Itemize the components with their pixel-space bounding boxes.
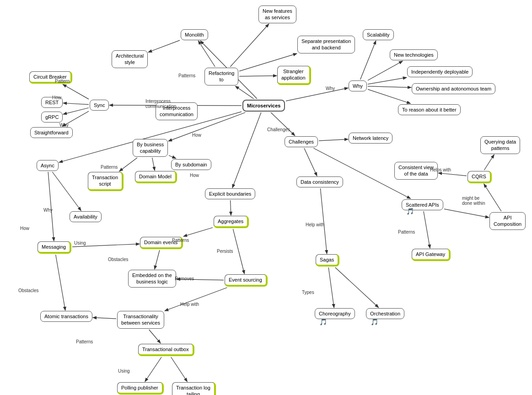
node-to_reason: To reason about it better (398, 104, 461, 115)
node-messaging: Messaging (38, 241, 71, 254)
edge-label-sagas-choreography: Types (302, 290, 314, 295)
node-monolith: Monolith (181, 29, 208, 40)
svg-line-47 (484, 184, 501, 211)
node-cqrs: CQRS (468, 171, 492, 183)
icon-scattered_apis: 🎵 (406, 208, 414, 215)
edge-label-async-messaging: How (20, 226, 29, 231)
svg-line-11 (368, 86, 411, 88)
svg-line-10 (368, 78, 406, 85)
svg-line-49 (484, 155, 494, 170)
svg-line-8 (360, 41, 376, 80)
node-transactionality: Transactionalitybetween services (117, 311, 164, 329)
node-ownership: Ownership and aotonomous team (412, 83, 495, 94)
svg-line-27 (232, 112, 261, 187)
svg-line-19 (52, 172, 81, 210)
node-transactional_outbox: Transactional outbox (138, 344, 194, 356)
mind-map-canvas: MicroservicesMonolithArchitecturalstyleN… (0, 0, 532, 395)
node-data_consistency: Data consistency (296, 176, 343, 187)
edge-label-async-availability: Why (43, 208, 53, 213)
node-sagas: Sagas (316, 254, 339, 267)
edge-label-sync-circuit_breaker: Pattern (55, 79, 70, 84)
node-querying_patterns: Querying datapatterns (480, 136, 520, 154)
svg-line-2 (199, 41, 215, 67)
node-network_latency: Network latency (349, 133, 392, 144)
edge-label-aggregates-event_sourcing: Persists (217, 249, 233, 254)
svg-line-42 (328, 267, 334, 307)
svg-line-45 (424, 211, 430, 248)
svg-line-9 (368, 61, 402, 80)
node-microservices: Microservices (242, 100, 285, 112)
svg-line-35 (149, 330, 161, 343)
svg-line-39 (319, 139, 348, 141)
edge-label-sync-straightforward: Why (59, 123, 69, 128)
svg-line-7 (286, 88, 348, 101)
node-grpc: gRPC (41, 112, 63, 123)
node-atomic_transactions: Atomic transactions (40, 311, 92, 322)
svg-line-20 (48, 172, 54, 240)
node-strangler: Stranglerapplication (277, 66, 311, 85)
edge-label-microservices-why: Why (326, 86, 335, 91)
node-availability: Availability (70, 211, 102, 222)
edge-label-data_consistency-sagas: Help with (306, 222, 324, 227)
svg-line-3 (239, 76, 276, 76)
node-domain_model: Domain Model (135, 171, 177, 183)
node-transaction_script: Transactionscript (88, 172, 124, 191)
svg-line-46 (444, 209, 489, 218)
svg-line-6 (149, 40, 180, 52)
node-api_gateway: API Gateway (412, 249, 451, 261)
node-api_composition: APIComposition (489, 212, 526, 230)
node-explicit_boundaries: Explicit boundaries (205, 188, 255, 199)
edge-label-by_business-domain_model: Patterns (101, 165, 118, 170)
svg-line-29 (184, 228, 213, 236)
node-embedded: Embedded on thebusiness logic (128, 270, 176, 288)
svg-line-21 (56, 255, 65, 310)
svg-line-37 (171, 357, 187, 381)
node-by_business: By businesscapability (133, 139, 168, 157)
icon-orchestration: 🎵 (371, 318, 378, 326)
edge-label-microservices-explicit_boundaries: How (190, 173, 199, 178)
node-separate_presentation: Separate presentationand backend (297, 36, 355, 53)
node-async: Async (37, 160, 59, 171)
svg-line-17 (63, 85, 89, 99)
edge-label-event_sourcing-embedded: Removes (175, 276, 194, 281)
svg-line-12 (368, 89, 410, 103)
node-orchestration: Orchestration (366, 308, 404, 319)
svg-line-25 (152, 158, 155, 170)
edge-label-aggregates-domain_events: Patterns (172, 238, 189, 243)
edge-label-microservices-by_business: How (192, 133, 201, 138)
edge-label-scattered_apis-api_gateway: Patterns (398, 230, 415, 235)
svg-line-15 (64, 108, 89, 114)
edge-label-messaging-domain_events: Using (74, 240, 86, 246)
svg-line-40 (304, 148, 317, 176)
svg-line-48 (439, 173, 467, 176)
node-polling_publisher: Polling publisher (117, 382, 164, 395)
node-why: Why (349, 80, 367, 91)
node-new_features: New featuresas services (258, 5, 296, 23)
node-scalability: Scalability (363, 29, 394, 40)
svg-line-34 (93, 318, 116, 319)
edge-label-microservices-sync: Interprocesscommunication (145, 99, 176, 109)
edge-label-messaging-atomic_transactions: Obstacles (18, 288, 38, 293)
node-challenges: Challenges (285, 136, 318, 147)
svg-line-43 (335, 267, 378, 307)
svg-line-26 (120, 158, 137, 171)
node-aggregates: Aggregates (214, 216, 249, 228)
edge-label-transactionality-transactional_outbox: Patterns (76, 339, 93, 344)
node-architectural_style: Architecturalstyle (112, 50, 148, 68)
connections-svg (0, 0, 532, 395)
node-by_subdomain: By subdomain (171, 159, 211, 170)
icon-choreography: 🎵 (319, 318, 327, 326)
svg-line-33 (165, 288, 227, 311)
svg-line-28 (231, 200, 231, 215)
edge-label-sync-rest: How (52, 95, 61, 100)
edge-label-microservices-refactoring_to: Patterns (178, 73, 195, 78)
node-choreography: Choreography (315, 308, 355, 319)
node-refactoring_to: Refactoringto (204, 68, 238, 85)
edge-label-transactional_outbox-polling_publisher: Using (118, 368, 130, 374)
edge-label-api_composition-cqrs: might bedone within (462, 196, 485, 206)
svg-line-4 (230, 24, 269, 67)
svg-line-31 (155, 250, 160, 269)
node-transaction_log: Transaction logtailing (172, 382, 216, 395)
svg-line-24 (169, 155, 176, 158)
node-event_sourcing: Event sourcing (225, 274, 268, 287)
